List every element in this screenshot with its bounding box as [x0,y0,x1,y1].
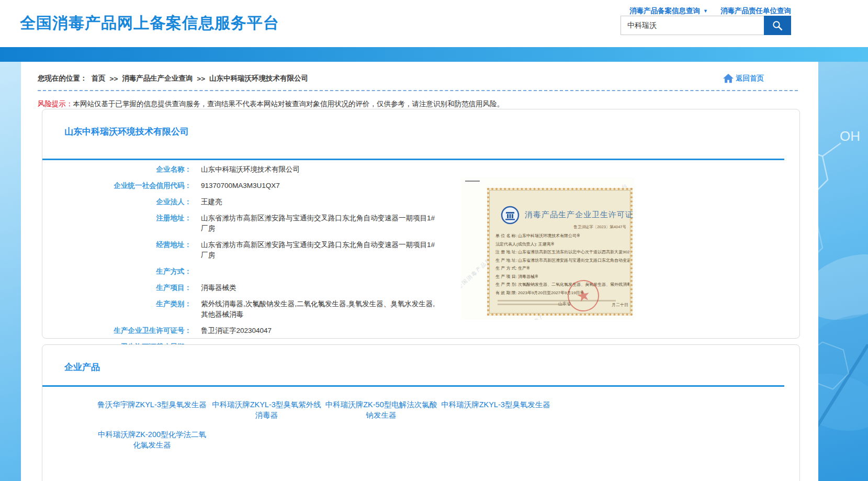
search-button[interactable] [764,16,791,35]
field-row: 企业统一社会信用代码：91370700MA3M3U1QX7 [42,181,442,191]
field-row: 生产企业卫生许可证号：鲁卫消证字202304047 [42,326,442,336]
certificate-number: 鲁卫消证字〔2023〕第4047号 [573,225,626,230]
breadcrumb-separator: >> [197,75,205,83]
company-info-card: 山东中科瑞沃环境技术有限公司 企业名称：山东中科瑞沃环境技术有限公司 企业统一社… [42,109,800,339]
blue-divider-band [0,47,868,62]
product-list: 鲁沃华宇牌ZKYL-3型臭氧发生器 中科瑞沃牌ZKYL-3型臭氧紫外线消毒器 中… [96,399,552,450]
search-input[interactable] [621,16,764,35]
site-title: 全国消毒产品网上备案信息服务平台 [20,13,279,34]
certificate-date-fragment: 月二十日 [612,302,628,308]
search-icon [771,19,784,32]
breadcrumb-separator: >> [110,75,118,83]
breadcrumb-current: 山东中科瑞沃环境技术有限公司 [209,74,308,83]
search-box [621,16,791,35]
risk-notice-text: 本网站仅基于已掌握的信息提供查询服务，查询结果不代表本网站对被查询对象信用状况的… [73,100,504,108]
product-link[interactable]: 中科瑞沃牌ZKYL-3型臭氧发生器 [439,399,552,420]
nav-filing-info-query[interactable]: 消毒产品备案信息查询 ▼ [629,6,708,16]
site-header: 全国消毒产品网上备案信息服务平台 消毒产品备案信息查询 ▼ 消毒产品责任单位查询 [0,0,868,47]
scan-dash-mark [465,181,480,182]
field-row: 企业名称：山东中科瑞沃环境技术有限公司 [42,164,442,175]
content-wrapper: 您现在的位置： 首页 >> 消毒产品生产企业查询 >> 山东中科瑞沃环境技术有限… [21,62,818,481]
product-link[interactable]: 中科瑞沃牌ZKYL-3型臭氧紫外线消毒器 [210,399,323,420]
field-row: 企业法人：王建亮 [42,197,442,207]
field-row: 生产项目：消毒器械类 [42,283,442,293]
card-title-rule [42,385,784,387]
breadcrumb-row: 您现在的位置： 首页 >> 消毒产品生产企业查询 >> 山东中科瑞沃环境技术有限… [38,73,764,84]
breadcrumb-prefix: 您现在的位置： [38,74,87,83]
nav-responsible-unit-query[interactable]: 消毒产品责任单位查询 [720,6,791,16]
products-card-title: 企业产品 [64,361,100,373]
breadcrumb: 您现在的位置： 首页 >> 消毒产品生产企业查询 >> 山东中科瑞沃环境技术有限… [38,74,308,83]
home-icon [723,73,734,84]
company-card-title: 山东中科瑞沃环境技术有限公司 [64,126,189,138]
card-title-rule [42,159,784,160]
certificate-title: 消毒产品生产企业卫生许可证 [525,210,634,220]
breadcrumb-enterprise-query-link[interactable]: 消毒产品生产企业查询 [122,74,193,83]
field-row: 生产类别：紫外线消毒器,次氯酸钠发生器,二氧化氯发生器,臭氧发生器、臭氧水发生器… [42,299,442,320]
license-certificate-image: 全国消毒产品网上备案信息服务平台 全国消毒产品网上备案信息服务平台 全国消毒产品… [461,177,635,320]
emblem-icon [501,206,520,225]
back-home-link[interactable]: 返回首页 [723,73,764,84]
svg-text:OH: OH [840,128,860,144]
chevron-down-icon: ▼ [703,8,708,14]
certificate-body: 消毒产品生产企业卫生许可证 鲁卫消证字〔2023〕第4047号 单 位 名 称:… [487,188,633,316]
company-products-card: 企业产品 鲁沃华宇牌ZKYL-3型臭氧发生器 中科瑞沃牌ZKYL-3型臭氧紫外线… [42,344,800,481]
page: O OH 全国消毒产品网上备案信息服务平台 消毒产品备案信息查询 ▼ 消毒产品责… [0,0,868,481]
field-row: 经营地址：山东省潍坊市高新区潍安路与宝通街交叉路口东北角自动变速器一期项目1#厂… [42,240,442,261]
certificate-fine-print [498,304,565,305]
dashed-divider [38,90,798,91]
product-link[interactable]: 中科瑞沃牌ZK-50型电解法次氯酸钠发生器 [325,399,437,420]
product-link[interactable]: 鲁沃华宇牌ZKYL-3型臭氧发生器 [96,399,208,420]
company-fields: 企业名称：山东中科瑞沃环境技术有限公司 企业统一社会信用代码：91370700M… [42,164,442,358]
top-nav: 消毒产品备案信息查询 ▼ 消毒产品责任单位查询 [629,6,791,16]
field-row: 生产方式： [42,266,442,277]
breadcrumb-home-link[interactable]: 首页 [92,74,106,83]
certificate-lines: 单 位 名 称: 山东中科瑞沃环境技术有限公司※ 法定代表人(或负责人): 王建… [495,232,629,297]
risk-notice-label: 风险提示： [38,100,73,108]
product-link[interactable]: 中科瑞沃牌ZK-200型化学法二氧化氯发生器 [96,429,208,450]
field-row: 注册地址：山东省潍坊市高新区潍安路与宝通街交叉路口东北角自动变速器一期项目1#厂… [42,213,442,234]
risk-notice: 风险提示：本网站仅基于已掌握的信息提供查询服务，查询结果不代表本网站对被查询对象… [38,99,504,109]
